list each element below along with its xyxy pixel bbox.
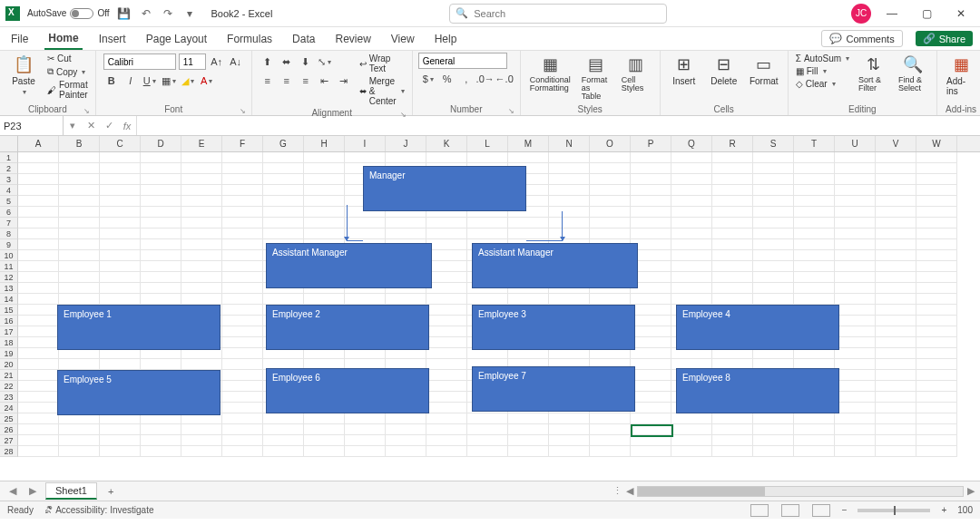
- cell[interactable]: [916, 207, 957, 218]
- cell[interactable]: [426, 228, 467, 239]
- cell[interactable]: [386, 218, 426, 228]
- merge-center-button[interactable]: ⬌ Merge & Center▾: [358, 75, 407, 107]
- cell[interactable]: [876, 403, 916, 413]
- shape-employee-3[interactable]: Employee 3: [472, 305, 635, 350]
- cell[interactable]: [876, 163, 916, 174]
- cell[interactable]: [426, 294, 467, 305]
- paste-button[interactable]: 📋Paste▾: [5, 53, 42, 98]
- scroll-left-icon[interactable]: ◀: [626, 485, 633, 497]
- switch-icon[interactable]: [70, 8, 93, 19]
- row-header[interactable]: 19: [0, 348, 18, 359]
- increase-font-icon[interactable]: A↑: [209, 53, 225, 70]
- cell[interactable]: [671, 239, 712, 250]
- cell[interactable]: [835, 283, 876, 294]
- cell[interactable]: [631, 316, 671, 326]
- cell[interactable]: [467, 294, 508, 305]
- column-header[interactable]: T: [794, 136, 835, 151]
- shape-manager[interactable]: Manager: [363, 166, 526, 211]
- cell[interactable]: [549, 435, 590, 446]
- conditional-formatting-button[interactable]: ▦Conditional Formatting: [526, 53, 574, 94]
- column-header[interactable]: N: [549, 136, 590, 151]
- copy-button[interactable]: ⧉ Copy▾: [45, 65, 90, 78]
- row-header[interactable]: 6: [0, 207, 18, 218]
- row-header[interactable]: 18: [0, 337, 18, 348]
- cell[interactable]: [222, 392, 263, 403]
- cell[interactable]: [876, 370, 916, 381]
- cell[interactable]: [181, 152, 222, 163]
- cell[interactable]: [18, 424, 59, 435]
- tab-review[interactable]: Review: [331, 27, 374, 50]
- cell[interactable]: [835, 348, 876, 359]
- cell[interactable]: [671, 196, 712, 207]
- cell[interactable]: [671, 272, 712, 283]
- cell[interactable]: [59, 152, 100, 163]
- cell[interactable]: [508, 413, 549, 424]
- cell[interactable]: [590, 207, 631, 218]
- cell[interactable]: [549, 446, 590, 457]
- cell[interactable]: [549, 163, 590, 174]
- enter-formula-icon[interactable]: ✓: [100, 120, 118, 131]
- cell[interactable]: [835, 196, 876, 207]
- cell[interactable]: [671, 228, 712, 239]
- cell[interactable]: [181, 239, 222, 250]
- cell[interactable]: [426, 392, 467, 403]
- column-header[interactable]: O: [590, 136, 631, 151]
- cell[interactable]: [671, 185, 712, 196]
- fx-icon[interactable]: fx: [118, 121, 136, 131]
- cell[interactable]: [590, 228, 631, 239]
- column-header[interactable]: E: [181, 136, 222, 151]
- column-header[interactable]: L: [467, 136, 508, 151]
- cell[interactable]: [141, 218, 181, 228]
- cell[interactable]: [59, 228, 100, 239]
- cell[interactable]: [631, 305, 671, 316]
- fill-button[interactable]: ▦ Fill▾: [794, 65, 851, 77]
- cell[interactable]: [916, 370, 957, 381]
- cell[interactable]: [222, 228, 263, 239]
- cell[interactable]: [916, 185, 957, 196]
- cell[interactable]: [304, 435, 345, 446]
- cell[interactable]: [222, 348, 263, 359]
- insert-cells-button[interactable]: ⊞Insert: [666, 53, 702, 88]
- cell[interactable]: [631, 446, 671, 457]
- cell[interactable]: [181, 250, 222, 261]
- column-header[interactable]: S: [753, 136, 794, 151]
- cell[interactable]: [18, 283, 59, 294]
- cell[interactable]: [671, 283, 712, 294]
- cell[interactable]: [304, 218, 345, 228]
- column-header[interactable]: K: [426, 136, 467, 151]
- row-header[interactable]: 3: [0, 174, 18, 185]
- cell[interactable]: [222, 196, 263, 207]
- cell[interactable]: [59, 163, 100, 174]
- tab-page-layout[interactable]: Page Layout: [142, 27, 211, 50]
- cell[interactable]: [18, 316, 59, 326]
- cell[interactable]: [18, 228, 59, 239]
- cell[interactable]: [631, 403, 671, 413]
- cell[interactable]: [426, 446, 467, 457]
- cell[interactable]: [916, 359, 957, 370]
- row-header[interactable]: 23: [0, 392, 18, 403]
- cell[interactable]: [59, 239, 100, 250]
- decrease-decimal-icon[interactable]: ←.0: [496, 71, 513, 87]
- row-header[interactable]: 28: [0, 446, 18, 457]
- scroll-right-icon[interactable]: ▶: [967, 485, 975, 497]
- cell[interactable]: [712, 218, 753, 228]
- cell[interactable]: [631, 381, 671, 392]
- cell[interactable]: [141, 283, 181, 294]
- cell[interactable]: [916, 228, 957, 239]
- cell[interactable]: [386, 446, 426, 457]
- cell[interactable]: [549, 294, 590, 305]
- cell[interactable]: [222, 163, 263, 174]
- cell[interactable]: [835, 250, 876, 261]
- cell[interactable]: [222, 272, 263, 283]
- cell[interactable]: [753, 185, 794, 196]
- cell[interactable]: [671, 163, 712, 174]
- cell[interactable]: [631, 435, 671, 446]
- cell[interactable]: [18, 250, 59, 261]
- cell[interactable]: [549, 424, 590, 435]
- name-box[interactable]: P23: [0, 116, 64, 135]
- cell[interactable]: [181, 424, 222, 435]
- cell[interactable]: [794, 446, 835, 457]
- cell[interactable]: [916, 152, 957, 163]
- cell[interactable]: [590, 174, 631, 185]
- cell-styles-button[interactable]: ▥Cell Styles: [618, 53, 654, 94]
